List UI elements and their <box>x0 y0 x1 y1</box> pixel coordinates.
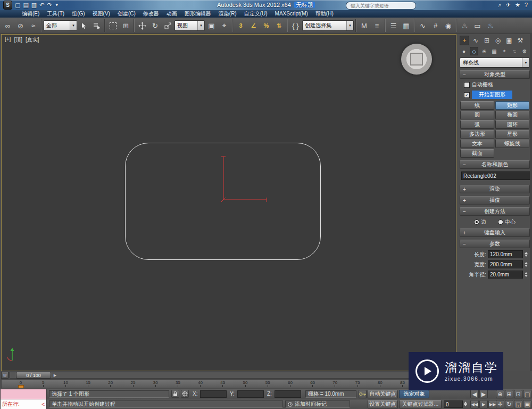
geometry-category-icon[interactable]: ● <box>460 47 468 55</box>
shapes-category-icon[interactable]: ◇ <box>470 47 478 55</box>
next-frame-arrow-icon[interactable]: ▶ <box>52 373 58 378</box>
field-of-view-icon[interactable]: ◱ <box>514 400 522 408</box>
command-panel-scrollbar[interactable] <box>530 34 532 371</box>
help-icon[interactable]: ? <box>525 2 528 8</box>
percent-snap-toggle-icon[interactable]: % <box>260 19 272 32</box>
zoom-extents-icon[interactable]: ⊡ <box>514 390 522 398</box>
select-by-name-icon[interactable] <box>90 19 103 32</box>
modify-tab-icon[interactable]: ∿ <box>471 36 480 45</box>
curve-editor-icon[interactable]: ∿ <box>417 19 429 32</box>
name-color-rollout-header[interactable]: − 名称和颜色 <box>460 160 530 169</box>
current-frame-field[interactable]: 0 <box>444 400 463 408</box>
menu-views[interactable]: 视图(V) <box>89 10 114 18</box>
zoom-region-icon[interactable]: ▢ <box>523 390 531 398</box>
start-new-shape-checkbox[interactable]: ✓ <box>464 92 470 98</box>
space-warps-category-icon[interactable]: ≈ <box>510 47 519 55</box>
shape-type-dropdown[interactable]: 样条线 ▼ <box>460 58 530 68</box>
helix-button[interactable]: 螺旋线 <box>495 140 529 148</box>
rectangle-button[interactable]: 矩形 <box>495 101 529 110</box>
quick-access-dropdown-icon[interactable]: ▼ <box>55 2 59 8</box>
application-menu-button[interactable]: S <box>3 1 12 10</box>
donut-button[interactable]: 圆环 <box>495 120 529 129</box>
cameras-category-icon[interactable]: ▦ <box>490 47 498 55</box>
create-tab-icon[interactable]: + <box>460 36 469 45</box>
mirror-icon[interactable]: M <box>358 19 370 32</box>
set-key-icon[interactable] <box>359 390 367 398</box>
layer-manager-icon[interactable]: ☰ <box>387 19 400 32</box>
open-file-icon[interactable]: ▤ <box>23 2 28 8</box>
snap-toggle-icon[interactable]: 3 <box>235 19 247 32</box>
utilities-tab-icon[interactable]: ⚒ <box>516 36 525 45</box>
menu-group[interactable]: 组(G) <box>68 10 88 18</box>
section-button[interactable]: 截面 <box>460 149 494 158</box>
pan-view-icon[interactable]: ✛ <box>496 400 504 408</box>
menu-maxscript[interactable]: MAXScript(M) <box>271 10 312 18</box>
center-radio[interactable]: 中心 <box>498 218 516 226</box>
auto-key-button[interactable]: 自动关键点 <box>368 390 398 398</box>
time-slider-track[interactable] <box>10 372 455 379</box>
set-key-button[interactable]: 设置关键点 <box>368 400 398 408</box>
zoom-all-icon[interactable]: ⊞ <box>505 390 513 398</box>
menu-animation[interactable]: 动画 <box>163 10 181 18</box>
redo-icon[interactable]: ↷ <box>47 2 52 8</box>
top-viewport[interactable]: [+] [顶] [真实] <box>1 34 456 371</box>
add-time-tag[interactable]: 添加时间标记 <box>285 400 350 408</box>
select-and-link-icon[interactable]: ∞ <box>2 19 14 32</box>
rectangular-selection-region-icon[interactable] <box>107 19 119 32</box>
selection-filter-dropdown[interactable]: 全部 ▼ <box>44 20 77 31</box>
length-field[interactable]: 120.0mm <box>488 250 523 258</box>
rendered-frame-window-icon[interactable]: ▭ <box>471 19 484 32</box>
render-production-icon[interactable]: ♨ <box>484 19 496 32</box>
next-key-icon[interactable]: ▶ <box>479 390 488 398</box>
use-pivot-point-center-icon[interactable]: ▣ <box>205 19 218 32</box>
search-icon[interactable]: ⌕ <box>498 2 502 8</box>
communication-center-icon[interactable]: ✈ <box>506 2 511 8</box>
corner-radius-field[interactable]: 20.0mm <box>488 271 523 279</box>
rectangle-spline-shape[interactable] <box>125 143 321 260</box>
length-spinner[interactable] <box>525 252 528 257</box>
object-name-field[interactable] <box>461 171 532 180</box>
star-button[interactable]: 星形 <box>495 130 529 138</box>
menu-graph-editors[interactable]: 图形编辑器 <box>181 10 215 18</box>
menu-rendering[interactable]: 渲染(R) <box>215 10 240 18</box>
render-setup-icon[interactable]: ♨ <box>459 19 471 32</box>
track-bar[interactable]: 05101520253035404550556065707580859095 <box>1 379 456 388</box>
undo-icon[interactable]: ↶ <box>39 2 44 8</box>
orbit-view-icon[interactable]: ↻ <box>505 400 513 408</box>
edge-radio[interactable]: 边 <box>474 218 486 226</box>
bind-to-space-warp-icon[interactable]: ≈ <box>27 19 39 32</box>
z-coord-field[interactable] <box>275 390 301 398</box>
align-icon[interactable]: ≡ <box>371 19 383 32</box>
unlink-selection-icon[interactable]: ⊘ <box>14 19 27 32</box>
favorites-star-icon[interactable]: ★ <box>515 2 520 8</box>
hierarchy-tab-icon[interactable]: ⊞ <box>482 36 492 45</box>
corner-radius-spinner[interactable] <box>525 272 528 277</box>
circle-button[interactable]: 圆 <box>460 111 494 119</box>
select-object-icon[interactable] <box>78 19 90 32</box>
listener-scroll-arrow[interactable]: < <box>41 402 45 407</box>
infocenter-search[interactable] <box>346 2 416 10</box>
ellipse-button[interactable]: 椭圆 <box>495 111 529 119</box>
ngon-button[interactable]: 多边形 <box>460 130 494 138</box>
text-button[interactable]: 文本 <box>460 140 494 148</box>
window-crossing-icon[interactable]: ⊞ <box>120 19 132 32</box>
systems-category-icon[interactable]: ⚙ <box>520 47 529 55</box>
listener-script-line[interactable]: 所在行: < <box>1 399 46 409</box>
menu-modifiers[interactable]: 修改器 <box>139 10 163 18</box>
angle-snap-toggle-icon[interactable]: ∠ <box>247 19 260 32</box>
menu-edit[interactable]: 编辑(E) <box>18 10 43 18</box>
menu-customize[interactable]: 自定义(U) <box>240 10 271 18</box>
frame-spinner[interactable] <box>464 402 467 406</box>
rendering-rollout-header[interactable]: + 渲染 <box>460 185 530 193</box>
search-input[interactable] <box>350 3 412 9</box>
go-to-start-icon[interactable]: ◀◀ <box>470 400 479 408</box>
mini-curve-editor-icon[interactable]: ⊞ <box>1 372 9 379</box>
motion-tab-icon[interactable]: ◎ <box>493 36 503 45</box>
spinner-snap-toggle-icon[interactable]: ⇅ <box>273 19 285 32</box>
line-button[interactable]: 线 <box>460 101 494 110</box>
save-file-icon[interactable]: ▥ <box>31 2 37 8</box>
edit-named-selection-sets-icon[interactable]: { } <box>289 19 302 32</box>
selection-lock-icon[interactable] <box>171 390 179 398</box>
menu-help[interactable]: 帮助(H) <box>312 10 337 18</box>
material-editor-icon[interactable]: ◉ <box>442 19 454 32</box>
